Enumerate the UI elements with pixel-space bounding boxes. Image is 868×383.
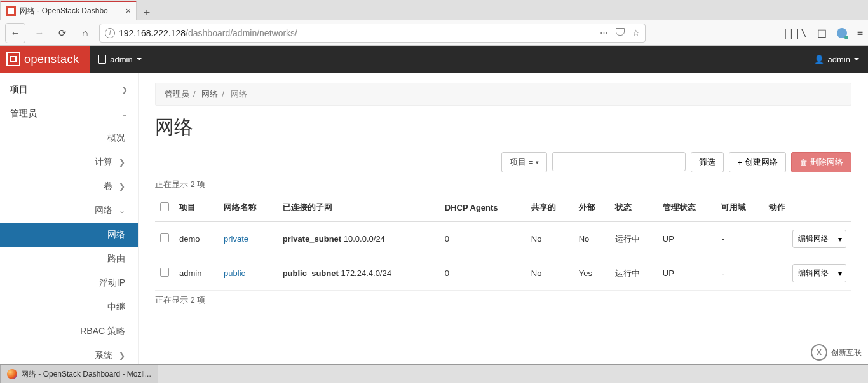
watermark-logo: X: [811, 344, 827, 361]
filter-button[interactable]: 筛选: [691, 152, 724, 172]
edit-network-button[interactable]: 编辑网络: [792, 230, 834, 248]
row-actions-dropdown[interactable]: ▾: [834, 264, 846, 282]
project-dropdown[interactable]: admin: [90, 46, 150, 73]
user-name: admin: [828, 55, 850, 64]
col-az[interactable]: 可用域: [716, 194, 764, 221]
sidebar-item-rbac[interactable]: RBAC 策略: [0, 319, 138, 344]
chevron-right-icon: ❯: [121, 85, 128, 94]
new-tab-button[interactable]: +: [137, 6, 157, 20]
pocket-icon[interactable]: [616, 28, 625, 36]
sidebar-item-networks[interactable]: 网络: [0, 223, 138, 247]
col-actions: 动作: [764, 194, 851, 221]
library-icon[interactable]: |||\: [782, 27, 807, 39]
profile-icon[interactable]: [837, 28, 847, 38]
actions-row: 项目 = ▾ 筛选 +创建网络 🗑删除网络: [155, 152, 851, 172]
cell-admin-state: UP: [658, 221, 717, 256]
back-button[interactable]: ←: [5, 23, 25, 43]
cell-admin-state: UP: [658, 256, 717, 291]
sidebar-item-volumes[interactable]: 卷❯: [0, 174, 138, 198]
create-network-button[interactable]: +创建网络: [729, 152, 786, 172]
row-checkbox[interactable]: [160, 233, 169, 242]
col-dhcp[interactable]: DHCP Agents: [440, 194, 526, 221]
sidebar-item-admin[interactable]: 管理员⌄: [0, 102, 138, 126]
browser-toolbar: ← → ⟳ ⌂ i 192.168.222.128/dashboard/admi…: [0, 20, 868, 46]
sidebar-item-overview[interactable]: 概况: [0, 126, 138, 150]
col-subnets[interactable]: 已连接的子网: [278, 194, 440, 221]
cell-az: -: [716, 221, 764, 256]
col-admin-state[interactable]: 管理状态: [658, 194, 717, 221]
watermark: X 创新互联: [775, 342, 864, 363]
sidebar-icon[interactable]: ◫: [817, 27, 827, 39]
chevron-right-icon: ❯: [119, 351, 125, 360]
breadcrumb-current: 网络: [231, 89, 247, 99]
cell-subnet: private_subnet 10.0.0.0/24: [278, 221, 440, 256]
reload-button[interactable]: ⟳: [53, 24, 71, 42]
col-shared[interactable]: 共享的: [526, 194, 574, 221]
page-actions-icon[interactable]: ⋯: [600, 28, 608, 38]
col-external[interactable]: 外部: [574, 194, 610, 221]
tab-title: 网络 - OpenStack Dashbo: [20, 6, 122, 17]
network-link[interactable]: public: [224, 268, 245, 278]
sidebar-item-project[interactable]: 项目❯: [0, 78, 138, 102]
filter-type-dropdown[interactable]: 项目 = ▾: [501, 152, 547, 172]
col-status[interactable]: 状态: [610, 194, 658, 221]
browser-tab-strip: 网络 - OpenStack Dashbo × +: [0, 0, 868, 20]
menu-icon[interactable]: ≡: [857, 27, 863, 39]
col-project[interactable]: 项目: [174, 194, 219, 221]
sidebar: 项目❯ 管理员⌄ 概况 计算❯ 卷❯ 网络⌄ 网络 路由 浮动IP 中继 RBA…: [0, 73, 139, 364]
cell-status: 运行中: [610, 256, 658, 291]
openstack-icon: [6, 52, 20, 66]
os-taskbar: 网络 - OpenStack Dashboard - Mozil...: [0, 364, 868, 383]
project-icon: [98, 55, 106, 64]
home-button[interactable]: ⌂: [76, 24, 94, 42]
url-bar[interactable]: i 192.168.222.128/dashboard/admin/networ…: [99, 24, 646, 43]
brand-text: openstack.: [24, 53, 81, 66]
forward-button[interactable]: →: [31, 24, 48, 42]
filter-input[interactable]: [552, 152, 686, 171]
cell-subnet: public_subnet 172.24.4.0/24: [278, 256, 440, 291]
table-row: admin public public_subnet 172.24.4.0/24…: [155, 256, 851, 291]
sidebar-item-network[interactable]: 网络⌄: [0, 198, 138, 223]
chevron-down-icon: ⌄: [119, 206, 125, 215]
count-text-top: 正在显示 2 项: [155, 179, 851, 190]
main-content: 管理员/ 网络/ 网络 网络 项目 = ▾ 筛选 +创建网络 🗑删除网络 正在显…: [139, 73, 868, 364]
table-row: demo private private_subnet 10.0.0.0/24 …: [155, 221, 851, 256]
col-name[interactable]: 网络名称: [219, 194, 278, 221]
cell-shared: No: [526, 256, 574, 291]
project-name: admin: [110, 55, 132, 64]
edit-network-button[interactable]: 编辑网络: [792, 264, 834, 282]
cell-project: admin: [174, 256, 219, 291]
sidebar-item-routers[interactable]: 路由: [0, 247, 138, 271]
sidebar-item-floating-ips[interactable]: 浮动IP: [0, 271, 138, 295]
sidebar-item-compute[interactable]: 计算❯: [0, 150, 138, 174]
cell-status: 运行中: [610, 221, 658, 256]
trash-icon: 🗑: [799, 158, 808, 167]
breadcrumb-item[interactable]: 网络: [201, 89, 218, 99]
browser-tab[interactable]: 网络 - OpenStack Dashbo ×: [0, 1, 137, 20]
row-checkbox[interactable]: [160, 268, 169, 277]
site-info-icon[interactable]: i: [105, 28, 115, 38]
breadcrumb: 管理员/ 网络/ 网络: [155, 83, 851, 106]
breadcrumb-item[interactable]: 管理员: [165, 89, 189, 99]
taskbar-label: 网络 - OpenStack Dashboard - Mozil...: [21, 369, 151, 380]
select-all-checkbox[interactable]: [160, 202, 169, 211]
network-link[interactable]: private: [224, 234, 248, 244]
plus-icon: +: [737, 158, 742, 167]
count-text-bottom: 正在显示 2 项: [155, 295, 851, 306]
delete-network-button[interactable]: 🗑删除网络: [791, 152, 851, 172]
cell-project: demo: [174, 221, 219, 256]
cell-shared: No: [526, 221, 574, 256]
cell-dhcp: 0: [440, 221, 526, 256]
cell-dhcp: 0: [440, 256, 526, 291]
bookmark-icon[interactable]: ☆: [632, 28, 640, 38]
taskbar-item[interactable]: 网络 - OpenStack Dashboard - Mozil...: [0, 365, 158, 383]
chevron-right-icon: ❯: [119, 158, 125, 167]
user-dropdown[interactable]: 👤 admin: [805, 55, 868, 64]
chevron-down-icon: [137, 58, 142, 60]
sidebar-item-relay[interactable]: 中继: [0, 295, 138, 319]
cell-external: No: [574, 221, 610, 256]
close-tab-icon[interactable]: ×: [126, 6, 131, 16]
row-actions-dropdown[interactable]: ▾: [834, 230, 846, 248]
brand-logo[interactable]: openstack.: [0, 46, 90, 73]
chevron-down-icon: ⌄: [121, 109, 128, 118]
